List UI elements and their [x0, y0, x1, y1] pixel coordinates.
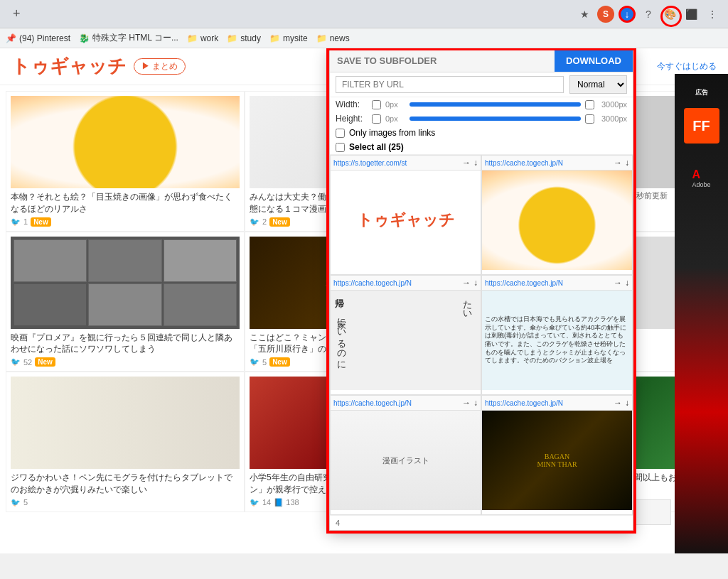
star-icon[interactable]: ★ [576, 6, 593, 23]
image-url-link[interactable]: https://s.togetter.com/st [333, 159, 459, 167]
new-tab-button[interactable]: + [7, 5, 26, 23]
bookmark-mysite[interactable]: 📁 mysite [269, 33, 308, 43]
card-title: 映画『プロメア』を観に行ったら５回連続で同じ人と隣あわせになった話にソワソワして… [11, 332, 240, 356]
bookmark-label: work [200, 33, 218, 43]
image-thumbnail: 漫画イラスト [331, 411, 481, 510]
bookmarks-bar: 📌 (94) Pinterest 🐉 特殊文字 HTML コー... 📁 wor… [0, 28, 728, 48]
image-url-link[interactable]: https://cache.togech.jp/N [333, 399, 459, 407]
new-badge: New [269, 217, 290, 227]
cast-icon[interactable]: ⬛ [682, 6, 700, 23]
image-url-link[interactable]: https://cache.togech.jp/N [485, 279, 611, 287]
open-url-arrow[interactable]: → [462, 158, 471, 168]
only-links-row: Only images from links [330, 126, 633, 140]
bookmark-pinterest[interactable]: 📌 (94) Pinterest [6, 33, 70, 43]
toolbar-icons: ★ S ↓ ? 🎨 ⬛ ⋮ [576, 6, 721, 23]
height-label: Height: [336, 114, 368, 124]
open-url-arrow[interactable]: → [462, 278, 471, 288]
only-links-check[interactable] [336, 129, 345, 138]
popup-image-item: https://cache.togech.jp/N → ↓ 帰 家にいるのに た… [330, 275, 481, 395]
image-url-bar: https://s.togetter.com/st → ↓ [331, 156, 481, 171]
image-url-bar: https://cache.togech.jp/N → ↓ [482, 276, 632, 291]
twitter-count: 14 [262, 498, 271, 507]
bookmark-work[interactable]: 📁 work [187, 33, 218, 43]
folder-icon: 📁 [269, 33, 280, 43]
bookmark-label: study [240, 33, 261, 43]
card-title: 本物？それとも絵？「目玉焼きの画像」が思わず食べたくなるほどのリアルさ [11, 191, 240, 215]
popup-images-grid: https://s.togetter.com/st → ↓ トゥギャッチ htt… [330, 155, 633, 515]
image-thumbnail: 帰 家にいるのに たい [331, 291, 481, 390]
bookmark-html[interactable]: 🐉 特殊文字 HTML コー... [79, 32, 178, 44]
ad-label: 広告 [695, 88, 708, 97]
bookmark-study[interactable]: 📁 study [227, 33, 261, 43]
width-min-check[interactable] [372, 100, 381, 109]
image-url-link[interactable]: https://cache.togech.jp/N [485, 159, 611, 167]
article-card[interactable]: 本物？それとも絵？「目玉焼きの画像」が思わず食べたくなるほどのリアルさ 🐦 1 … [6, 91, 245, 232]
download-extension-icon[interactable]: ↓ [619, 6, 636, 23]
card-thumbnail [11, 237, 240, 329]
select-all-row: Select all (25) [330, 140, 633, 155]
filter-input[interactable] [336, 76, 564, 93]
article-card[interactable]: ジワるかわいさ！ペン先にモグラを付けたらタブレットでのお絵かきが穴掘りみたいで楽… [6, 372, 245, 512]
width-row: Width: 0px 3000px [330, 97, 633, 112]
select-all-label: Select all (25) [349, 142, 404, 152]
right-ad-area: 広告 FF A Adobe [675, 74, 728, 553]
question-icon[interactable]: ? [640, 6, 657, 23]
twitter-count: 2 [262, 217, 267, 226]
pinterest-icon: 📌 [6, 33, 16, 43]
height-slider[interactable] [410, 117, 581, 121]
folder-icon: 📁 [187, 33, 198, 43]
width-min-value: 0px [385, 100, 405, 109]
popup-image-item: https://cache.togech.jp/N → ↓ [481, 155, 633, 275]
menu-icon[interactable]: ⋮ [704, 6, 721, 23]
open-url-arrow[interactable]: → [614, 398, 622, 408]
filter-row: Normal Regex Wildcard [330, 72, 633, 97]
subfolder-input[interactable] [330, 50, 555, 72]
popup-image-item: https://s.togetter.com/st → ↓ トゥギャッチ [330, 155, 481, 275]
only-links-label: Only images from links [349, 128, 435, 138]
width-label: Width: [336, 99, 368, 109]
open-url-arrow[interactable]: → [614, 278, 622, 288]
twitter-icon: 🐦 [11, 217, 21, 227]
twitter-count: 5 [262, 358, 267, 367]
single-download-button[interactable]: ↓ [473, 278, 478, 288]
article-card[interactable]: 映画『プロメア』を観に行ったら５回連続で同じ人と隣あわせになった話にソワソワして… [6, 232, 245, 372]
select-all-check[interactable] [336, 143, 345, 152]
folder-icon: 📁 [316, 33, 327, 43]
card-title: ジワるかわいさ！ペン先にモグラを付けたらタブレットでのお絵かきが穴掘りみたいで楽… [11, 472, 240, 496]
filter-mode-select[interactable]: Normal Regex Wildcard [569, 75, 627, 94]
card-thumbnail [11, 96, 240, 188]
single-download-button[interactable]: ↓ [625, 158, 629, 168]
right-cta[interactable]: 今すぐはじめる [657, 60, 717, 72]
open-url-arrow[interactable]: → [614, 158, 622, 168]
image-thumbnail: この水槽では日本海でも見られるアカクラゲを展示しています。傘から傘びている約40… [482, 291, 632, 390]
site-logo: トゥギャッチ [11, 54, 127, 79]
bookmark-news[interactable]: 📁 news [316, 33, 350, 43]
image-thumbnail [482, 171, 632, 270]
twitter-count: 52 [23, 358, 32, 367]
height-min-check[interactable] [372, 114, 381, 124]
width-max-value: 3000px [599, 100, 627, 109]
item-number-4: 4 [336, 519, 340, 527]
single-download-button[interactable]: ↓ [473, 398, 478, 408]
card-thumbnail [11, 377, 240, 469]
download-button[interactable]: DOWNLOAD [555, 50, 633, 72]
height-min-value: 0px [385, 114, 405, 123]
card-meta: 🐦 1 New [11, 217, 240, 227]
single-download-button[interactable]: ↓ [625, 398, 629, 408]
extension-s-icon[interactable]: S [597, 6, 614, 23]
popup-logo-display: トゥギャッチ [357, 210, 455, 231]
new-badge: New [35, 357, 55, 367]
width-slider[interactable] [410, 102, 581, 107]
width-max-check[interactable] [585, 100, 594, 109]
height-max-check[interactable] [585, 114, 594, 124]
matome-button[interactable]: ▶ まとめ [134, 58, 186, 75]
height-row: Height: 0px 3000px [330, 112, 633, 126]
open-url-arrow[interactable]: → [462, 398, 471, 408]
single-download-button[interactable]: ↓ [625, 278, 629, 288]
popup-bottom-bar: 4 [330, 515, 633, 530]
single-download-button[interactable]: ↓ [473, 158, 478, 168]
image-url-link[interactable]: https://cache.togech.jp/N [333, 279, 459, 287]
twitter-count: 1 [23, 217, 28, 226]
palette-icon[interactable]: 🎨 [661, 6, 678, 23]
image-url-link[interactable]: https://cache.togech.jp/N [485, 399, 611, 407]
